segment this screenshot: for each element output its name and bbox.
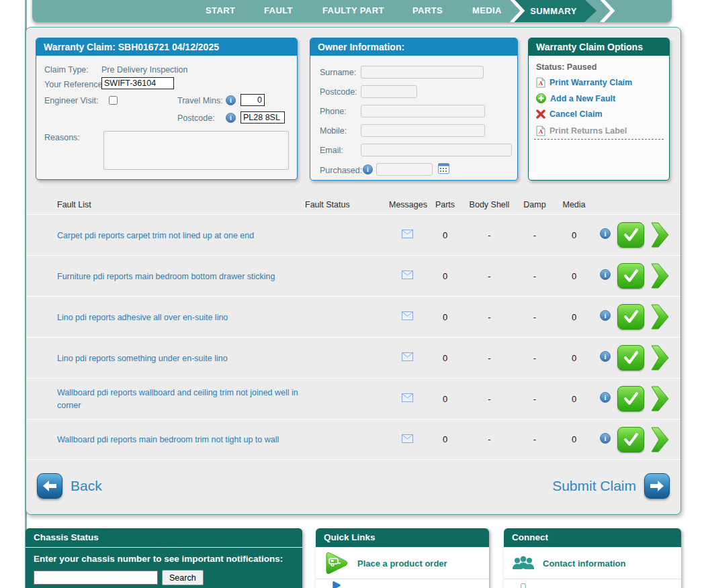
fault-complete-button[interactable] xyxy=(617,386,644,411)
svg-text:A: A xyxy=(539,128,543,135)
svg-text:i: i xyxy=(604,230,606,238)
owner-postcode-input[interactable] xyxy=(361,85,417,98)
cancel-claim-link[interactable]: Cancel Claim xyxy=(536,109,603,119)
arrow-left-icon xyxy=(42,479,58,493)
your-reference-label: Your Reference: xyxy=(44,80,105,89)
add-new-fault-link[interactable]: Add a New Fault xyxy=(536,93,615,103)
fault-open-arrow[interactable] xyxy=(651,345,669,371)
fault-link[interactable]: Carpet pdi reports carpet trim not lined… xyxy=(57,231,254,240)
header-messages: Messages xyxy=(389,200,426,209)
email-input[interactable] xyxy=(361,144,512,156)
phone-label: Phone: xyxy=(320,107,347,116)
back-label[interactable]: Back xyxy=(71,478,102,494)
body-shell-value: - xyxy=(464,230,515,240)
tab-start[interactable]: START xyxy=(206,5,235,15)
purchased-info-icon[interactable]: i xyxy=(363,164,373,175)
phone-input[interactable] xyxy=(361,105,485,117)
parts-count: 0 xyxy=(426,434,464,444)
warranty-claim-panel: Warranty Claim: SBH016721 04/12/2025 Cla… xyxy=(36,38,298,180)
damp-value: - xyxy=(515,434,555,444)
damp-value: - xyxy=(515,353,555,363)
place-product-order-link[interactable]: Place a product order xyxy=(316,548,489,579)
fault-complete-button[interactable] xyxy=(617,427,644,452)
tab-summary[interactable]: SUMMARY xyxy=(502,0,618,22)
fault-open-arrow[interactable] xyxy=(651,304,669,330)
fault-info-icon[interactable]: i xyxy=(600,269,611,280)
connect-link-secondary[interactable] xyxy=(504,579,681,588)
fault-row: Lino pdi reports something under en-suit… xyxy=(26,337,680,378)
media-count: 0 xyxy=(555,312,593,322)
chassis-search-button[interactable]: Search xyxy=(162,570,204,585)
messages-icon[interactable] xyxy=(402,352,413,361)
fault-info-icon[interactable]: i xyxy=(600,228,611,239)
surname-label: Surname: xyxy=(320,68,356,77)
travel-mins-input[interactable] xyxy=(240,94,265,106)
owner-information-panel: Owner Information: Surname: Postcode: Ph… xyxy=(310,38,518,181)
messages-icon[interactable] xyxy=(402,393,413,402)
mobile-input[interactable] xyxy=(361,124,485,137)
svg-text:i: i xyxy=(604,271,606,279)
connect-panel: Connect Contact information xyxy=(504,528,681,588)
calendar-icon[interactable] xyxy=(438,163,449,174)
surname-input[interactable] xyxy=(361,66,484,79)
chassis-status-title: Chassis Status xyxy=(26,528,302,548)
fault-open-arrow[interactable] xyxy=(651,427,669,452)
tab-faulty-part[interactable]: FAULTY PART xyxy=(322,5,384,15)
fault-info-icon[interactable]: i xyxy=(600,351,611,362)
body-shell-value: - xyxy=(464,434,515,444)
header-fault-status: Fault Status xyxy=(305,200,389,209)
warranty-claim-options-panel: Warranty Claim Options Status: Paused A … xyxy=(528,38,670,181)
fault-open-arrow[interactable] xyxy=(651,386,669,411)
travel-mins-label: Travel Mins: xyxy=(177,96,223,105)
fault-info-icon[interactable]: i xyxy=(600,310,611,321)
claim-type-label: Claim Type: xyxy=(44,65,89,75)
media-count: 0 xyxy=(555,353,593,363)
parts-count: 0 xyxy=(426,353,464,363)
back-button[interactable] xyxy=(37,473,62,499)
fault-link[interactable]: Lino pdi reports something under en-suit… xyxy=(57,354,228,363)
fault-link[interactable]: Lino pdi reports adhesive all over en-su… xyxy=(57,313,228,322)
tab-media[interactable]: MEDIA xyxy=(472,5,502,15)
fault-row: Wallboard pdi reports main bedroom trim … xyxy=(26,419,680,460)
messages-icon[interactable] xyxy=(402,311,413,320)
tab-fault[interactable]: FAULT xyxy=(264,5,293,15)
purchased-date-input[interactable] xyxy=(376,163,433,176)
fault-open-arrow[interactable] xyxy=(651,263,669,289)
travel-mins-info-icon[interactable]: i xyxy=(226,95,236,105)
svg-text:i: i xyxy=(230,97,232,104)
owner-information-title: Owner Information: xyxy=(310,38,517,56)
claim-postcode-input[interactable] xyxy=(240,111,285,124)
messages-icon[interactable] xyxy=(402,230,413,238)
reasons-textarea[interactable] xyxy=(103,131,289,170)
connect-title: Connect xyxy=(504,528,681,548)
fault-link[interactable]: Furniture pdi reports main bedroom botto… xyxy=(57,272,275,281)
fault-info-icon[interactable]: i xyxy=(600,433,611,444)
add-icon xyxy=(536,93,546,103)
your-reference-input[interactable] xyxy=(101,77,174,89)
fault-complete-button[interactable] xyxy=(617,263,644,289)
fault-complete-button[interactable] xyxy=(617,222,644,248)
submit-claim-label[interactable]: Submit Claim xyxy=(552,478,636,494)
print-warranty-claim-link[interactable]: A Print Warranty Claim xyxy=(536,77,632,88)
header-body-shell: Body Shell xyxy=(464,200,515,209)
tab-parts[interactable]: PARTS xyxy=(412,5,443,15)
header-media: Media xyxy=(555,200,593,209)
fault-link[interactable]: Wallboard pdi reports main bedroom trim … xyxy=(57,435,279,444)
fault-row: Carpet pdi reports carpet trim not lined… xyxy=(26,214,680,255)
fault-info-icon[interactable]: i xyxy=(600,392,611,403)
chassis-number-input[interactable] xyxy=(34,571,158,585)
fault-link[interactable]: Wallboard pdi reports wallboard and ceil… xyxy=(57,388,298,410)
body-shell-value: - xyxy=(464,312,515,322)
quick-link-secondary[interactable] xyxy=(316,579,489,588)
messages-icon[interactable] xyxy=(402,434,413,443)
chassis-prompt: Enter your chassis number to see importa… xyxy=(34,554,294,564)
messages-icon[interactable] xyxy=(402,271,413,279)
fault-complete-button[interactable] xyxy=(617,304,644,330)
postcode-info-icon[interactable]: i xyxy=(226,113,236,123)
fault-complete-button[interactable] xyxy=(617,345,644,371)
svg-text:i: i xyxy=(604,393,606,401)
submit-claim-button[interactable] xyxy=(644,473,670,499)
engineer-visit-checkbox[interactable] xyxy=(109,96,118,105)
contact-information-link[interactable]: Contact information xyxy=(504,548,681,579)
fault-open-arrow[interactable] xyxy=(651,222,669,248)
